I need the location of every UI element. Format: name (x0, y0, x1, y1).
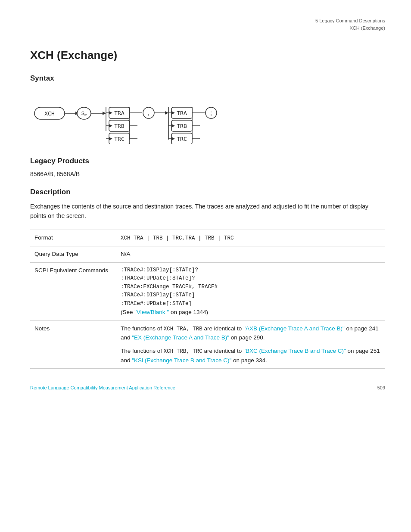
svg-text:TRB: TRB (177, 123, 187, 129)
scpi-line-1: :TRACe#:DISPlay[:STATe]? (121, 266, 381, 274)
svg-text:TRA: TRA (177, 110, 187, 116)
svg-text:,: , (148, 109, 149, 116)
syntax-heading: Syntax (30, 74, 385, 83)
table-cell-label: Format (30, 230, 116, 246)
footer-right: 509 (377, 385, 385, 390)
ex-link[interactable]: "EX (Exchange Trace A and Trace B)" (132, 334, 229, 341)
axb-link[interactable]: "AXB (Exchange Trace A and Trace B)" (243, 325, 345, 332)
scpi-line-4: :TRACe#:DISPlay[:STATe] (121, 291, 381, 299)
page-header: 5 Legacy Command Descriptions XCH (Excha… (30, 17, 385, 31)
page-title: XCH (Exchange) (30, 49, 385, 62)
note-1-mono: XCH TRA, TRB (164, 326, 202, 332)
legacy-products-text: 8566A/B, 8568A/B (30, 171, 385, 177)
syntax-diagram: XCH SP TRA TRB (30, 88, 289, 144)
description-section: Description Exchanges the contents of th… (30, 188, 385, 221)
scpi-line-6: (See "View/Blank " on page 1344) (121, 308, 381, 317)
note-2: The functions of XCH TRB, TRC are identi… (121, 347, 381, 365)
page: 5 Legacy Command Descriptions XCH (Excha… (0, 0, 411, 403)
scpi-line-5: :TRACe#:UPDate[:STATe] (121, 300, 381, 308)
table-row: Query Data Type N/A (30, 246, 385, 263)
view-blank-link[interactable]: "View/Blank " (134, 309, 169, 315)
svg-text:TRC: TRC (114, 136, 124, 142)
table-row: Format XCH TRA | TRB | TRC,TRA | TRB | T… (30, 230, 385, 246)
info-table: Format XCH TRA | TRB | TRC,TRA | TRB | T… (30, 230, 385, 369)
footer-left: Remote Language Compatibility Measuremen… (30, 385, 175, 390)
note-2-mono: XCH TRB, TRC (164, 348, 202, 355)
format-value: XCH TRA | TRB | TRC,TRA | TRB | TRC (121, 235, 234, 241)
table-cell-label: Query Data Type (30, 246, 116, 263)
svg-marker-7 (103, 112, 106, 115)
svg-text:;: ; (210, 109, 212, 116)
ksi-link[interactable]: "KSi (Exchange Trace B and Trace C)" (132, 357, 231, 364)
table-cell-label: Notes (30, 320, 116, 369)
scpi-line-2: :TRACe#:UPDate[:STATe]? (121, 274, 381, 283)
note-1: The functions of XCH TRA, TRB are identi… (121, 324, 381, 342)
table-row: Notes The functions of XCH TRA, TRB are … (30, 320, 385, 369)
svg-text:XCH: XCH (44, 110, 54, 117)
scpi-line-3: :TRACe:EXCHange TRACE#, TRACE# (121, 283, 381, 291)
table-cell-label: SCPI Equivalent Commands (30, 263, 116, 321)
svg-text:TRB: TRB (114, 123, 125, 129)
legacy-products-heading: Legacy Products (30, 157, 385, 165)
svg-marker-28 (165, 111, 168, 115)
svg-text:TRC: TRC (177, 136, 187, 142)
bxc-link[interactable]: "BXC (Exchange Trace B and Trace C)" (243, 348, 346, 354)
description-heading: Description (30, 188, 385, 196)
description-text: Exchanges the contents of the source and… (30, 202, 385, 221)
table-row: SCPI Equivalent Commands :TRACe#:DISPlay… (30, 263, 385, 321)
svg-text:TRA: TRA (114, 110, 125, 116)
header-section: XCH (Exchange) (349, 25, 385, 31)
header-chapter: 5 Legacy Command Descriptions (315, 18, 385, 23)
page-footer: Remote Language Compatibility Measuremen… (0, 385, 411, 390)
table-cell-value: The functions of XCH TRA, TRB are identi… (116, 320, 385, 369)
syntax-section: Syntax XCH SP TRA TRB (30, 74, 385, 144)
legacy-products-section: Legacy Products 8566A/B, 8568A/B (30, 157, 385, 177)
table-cell-value: N/A (116, 246, 385, 263)
table-cell-value: XCH TRA | TRB | TRC,TRA | TRB | TRC (116, 230, 385, 246)
table-cell-value: :TRACe#:DISPlay[:STATe]? :TRACe#:UPDate[… (116, 263, 385, 321)
